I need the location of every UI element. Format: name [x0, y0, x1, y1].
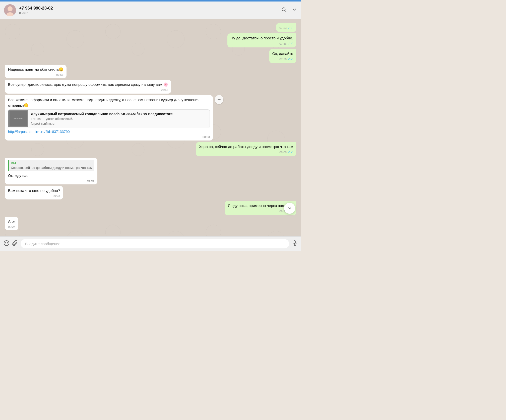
contact-name: +7 964 990-23-02 [19, 6, 278, 11]
message-bubble: Ну да. Достаточно просто и удобно. 07:56… [227, 33, 296, 48]
message-status: ✓✓ [288, 26, 293, 30]
message-time: 08:03 [203, 135, 210, 139]
message-bubble: Хорошо, сейчас до работы доеду и посмотр… [196, 142, 296, 156]
svg-point-8 [4, 241, 9, 246]
message-row: Все супер, договорились, щас мужа попрош… [5, 80, 296, 93]
reply-author: Вы [11, 161, 92, 166]
message-time: 08:08 [87, 179, 95, 183]
svg-point-3 [282, 8, 285, 11]
message-row: Надеюсь понятно обьяснила😊 07:56 [5, 65, 296, 78]
message-time: 09:24 [8, 225, 15, 229]
message-time: 07:56 [279, 42, 287, 46]
message-row: Хорошо, сейчас до работы доеду и посмотр… [5, 142, 296, 156]
search-icon[interactable] [281, 7, 287, 14]
svg-line-4 [285, 11, 286, 12]
message-bubble: Ок, давайте 07:56 ✓✓ [269, 49, 296, 63]
message-bubble: А ок 09:24 [5, 217, 18, 230]
forward-button[interactable]: ↪ [215, 95, 223, 104]
link-preview-source: FarPost — Доска объявлений. [31, 117, 173, 121]
message-text: Ну да. Достаточно просто и удобно. [230, 36, 293, 40]
header-info: +7 964 990-23-02 в сети [19, 6, 278, 15]
reply-text: Хорошо, сейчас до работы доеду и посмотр… [11, 166, 92, 170]
avatar[interactable] [4, 4, 16, 16]
message-row: Ок, давайте 07:56 ✓✓ [5, 49, 296, 63]
header-actions [281, 7, 297, 14]
message-status: ✓✓ [288, 41, 293, 46]
message-row: Я еду пока, примерно через пол часа 09:2… [5, 201, 296, 215]
emoji-icon[interactable] [4, 240, 10, 248]
message-bubble: Все супер, договорились, щас мужа попрош… [5, 80, 171, 93]
message-time: 07:56 [161, 88, 168, 92]
contact-status: в сети [19, 11, 278, 15]
chat-area: 07:53 ✓✓ Ну да. Достаточно просто и удоб… [0, 19, 301, 236]
message-row: Вам пока что еще не удобно? 09:23 [5, 186, 296, 199]
scroll-down-button[interactable] [284, 203, 295, 214]
message-bubble: Надеюсь понятно обьяснила😊 07:56 [5, 65, 67, 78]
message-text: Все кажется оформили и оплатили, можете … [8, 98, 200, 107]
message-time: 08:08 [279, 150, 287, 155]
message-text: Я еду пока, примерно через пол часа [228, 203, 293, 208]
chat-wrapper: 07:53 ✓✓ Ну да. Достаточно просто и удоб… [0, 19, 301, 236]
link-preview-content: Двухкамерный встраиваемый холодильник Bo… [28, 110, 175, 128]
link-preview-card: FarPost.ru Двухкамерный встраиваемый хол… [8, 109, 210, 128]
message-row: А ок 09:24 [5, 217, 296, 230]
link-preview-url-display: farpost-confirm.ru [31, 122, 173, 126]
message-text: Надеюсь понятно обьяснила😊 [8, 67, 64, 72]
message-input[interactable] [21, 239, 289, 248]
mic-icon[interactable] [292, 240, 298, 248]
svg-rect-11 [294, 241, 295, 244]
message-time: 09:23 [53, 194, 60, 198]
message-bubble: Все кажется оформили и оплатили, можете … [5, 95, 213, 141]
message-time: 07:56 [279, 57, 287, 61]
message-text: Все супер, договорились, щас мужа попрош… [8, 82, 168, 87]
message-row: Вы Хорошо, сейчас до работы доеду и посм… [5, 158, 296, 184]
link-url[interactable]: http://farpost-confirm.ru/?id=837133790 [8, 129, 210, 134]
link-preview-title: Двухкамерный встраиваемый холодильник Bo… [31, 112, 173, 116]
svg-point-9 [6, 242, 6, 243]
message-text: Ок, жду вас [8, 173, 28, 178]
reply-quote: Вы Хорошо, сейчас до работы доеду и посм… [8, 160, 94, 171]
avatar-image [4, 4, 16, 16]
chat-header: +7 964 990-23-02 в сети [0, 2, 301, 19]
input-bar [0, 236, 301, 251]
message-time: 07:56 [56, 73, 64, 77]
attach-icon[interactable] [12, 240, 18, 248]
message-text: Вам пока что еще не удобно? [8, 188, 60, 193]
link-preview-image: FarPost.ru [8, 110, 28, 127]
message-bubble: Вы Хорошо, сейчас до работы доеду и посм… [5, 158, 97, 184]
message-bubble: 07:53 ✓✓ [276, 23, 296, 32]
message-row: Все кажется оформили и оплатили, можете … [5, 95, 296, 141]
chevron-down-icon[interactable] [292, 7, 297, 14]
message-text: Ок, давайте [272, 51, 293, 56]
message-text: А ок [8, 219, 15, 224]
message-time: 07:53 [279, 26, 287, 30]
svg-point-10 [7, 242, 8, 243]
message-bubble: Вам пока что еще не удобно? 09:23 [5, 186, 63, 199]
svg-text:FarPost.ru: FarPost.ru [14, 117, 23, 120]
message-status: ✓✓ [288, 150, 293, 155]
message-row: 07:53 ✓✓ [5, 23, 296, 32]
message-text: Хорошо, сейчас до работы доеду и посмотр… [199, 145, 293, 149]
svg-point-1 [8, 6, 13, 11]
message-row: Ну да. Достаточно просто и удобно. 07:56… [5, 33, 296, 48]
message-status: ✓✓ [288, 57, 293, 62]
